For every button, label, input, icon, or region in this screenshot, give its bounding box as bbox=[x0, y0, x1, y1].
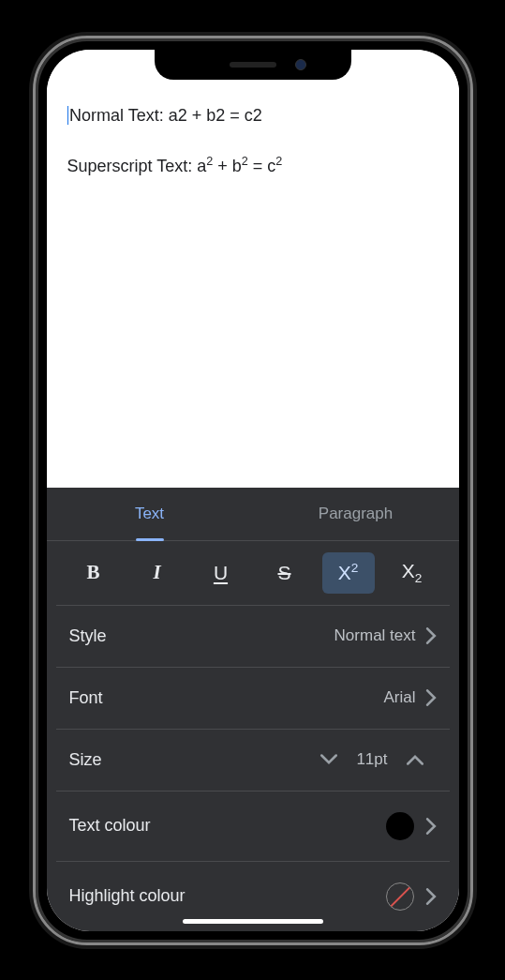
line2-mid1: + b bbox=[213, 157, 242, 175]
chevron-down-icon bbox=[320, 754, 337, 765]
line2-prefix: Superscript Text: bbox=[67, 157, 198, 175]
format-panel: Text Paragraph B I U S X2 X2 bbox=[47, 488, 459, 931]
power-button bbox=[472, 282, 473, 376]
format-tabs: Text Paragraph bbox=[47, 488, 459, 541]
size-row: Size 11pt bbox=[56, 730, 450, 792]
chevron-right-icon bbox=[425, 627, 437, 644]
line1-prefix: Normal Text: bbox=[69, 106, 169, 125]
size-decrease-button[interactable] bbox=[307, 754, 350, 765]
chevron-right-icon bbox=[425, 888, 437, 905]
font-label: Font bbox=[69, 688, 384, 708]
superscript-icon: X2 bbox=[338, 561, 359, 584]
volume-down-button bbox=[33, 339, 34, 395]
home-indicator[interactable] bbox=[183, 919, 323, 924]
highlight-colour-label: Highlight colour bbox=[69, 886, 386, 906]
tab-paragraph[interactable]: Paragraph bbox=[253, 488, 459, 540]
format-buttons-row: B I U S X2 X2 bbox=[56, 541, 450, 606]
text-colour-label: Text colour bbox=[69, 816, 386, 836]
line1-formula: a2 + b2 = c2 bbox=[169, 106, 262, 125]
superscript-button[interactable]: X2 bbox=[322, 552, 375, 594]
size-value: 11pt bbox=[356, 750, 387, 769]
notch bbox=[155, 50, 351, 80]
chevron-up-icon bbox=[407, 754, 423, 765]
highlight-colour-swatch bbox=[386, 882, 414, 911]
font-value: Arial bbox=[383, 688, 415, 707]
text-colour-row[interactable]: Text colour bbox=[56, 792, 450, 862]
size-increase-button[interactable] bbox=[394, 754, 437, 765]
screen: Normal Text: a2 + b2 = c2 Superscript Te… bbox=[47, 50, 459, 931]
bold-button[interactable]: B bbox=[67, 552, 120, 594]
size-label: Size bbox=[69, 750, 308, 770]
document-editor[interactable]: Normal Text: a2 + b2 = c2 Superscript Te… bbox=[47, 50, 459, 488]
phone-frame: Normal Text: a2 + b2 = c2 Superscript Te… bbox=[33, 36, 473, 945]
subscript-icon: X2 bbox=[402, 560, 423, 585]
chevron-right-icon bbox=[425, 818, 437, 835]
mute-switch bbox=[33, 207, 34, 235]
line2-b-sup: 2 bbox=[242, 155, 248, 168]
front-camera bbox=[295, 59, 306, 70]
style-value: Normal text bbox=[334, 626, 416, 645]
speaker-grille bbox=[230, 62, 276, 68]
subscript-button[interactable]: X2 bbox=[386, 552, 438, 594]
style-label: Style bbox=[69, 626, 334, 646]
volume-up-button bbox=[33, 264, 34, 320]
text-colour-swatch bbox=[386, 812, 414, 840]
document-line-1[interactable]: Normal Text: a2 + b2 = c2 bbox=[67, 104, 438, 128]
document-line-2[interactable]: Superscript Text: a2 + b2 = c2 bbox=[67, 154, 438, 178]
tab-text[interactable]: Text bbox=[47, 488, 253, 540]
underline-icon: U bbox=[214, 562, 228, 584]
strikethrough-button[interactable]: S bbox=[259, 552, 311, 594]
line2-c-sup: 2 bbox=[275, 155, 282, 168]
line2-a: a bbox=[197, 157, 206, 175]
style-row[interactable]: Style Normal text bbox=[56, 606, 450, 668]
text-cursor bbox=[67, 106, 69, 125]
strikethrough-icon: S bbox=[277, 562, 290, 584]
line2-mid2: = c bbox=[248, 157, 276, 175]
underline-button[interactable]: U bbox=[195, 552, 247, 594]
italic-button[interactable]: I bbox=[131, 552, 184, 594]
font-row[interactable]: Font Arial bbox=[56, 668, 450, 730]
chevron-right-icon bbox=[425, 689, 437, 706]
